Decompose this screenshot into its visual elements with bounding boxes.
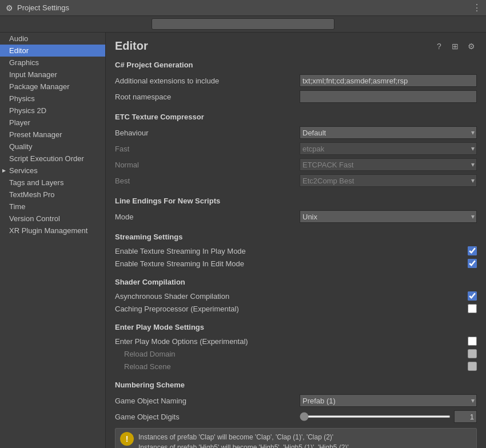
- mode-label: Mode: [115, 213, 300, 221]
- reload-scene-checkbox[interactable]: [468, 362, 477, 371]
- window-menu-button[interactable]: ⋮: [472, 2, 481, 13]
- section-line-endings: Line Endings For New Scripts: [115, 197, 477, 205]
- reload-scene-row: Reload Scene: [115, 360, 477, 373]
- additional-extensions-value: [300, 74, 477, 87]
- sidebar-item-textmesh-pro[interactable]: TextMesh Pro: [0, 189, 105, 201]
- additional-extensions-input[interactable]: [300, 74, 477, 87]
- sidebar-item-preset-manager[interactable]: Preset Manager: [0, 129, 105, 141]
- root-namespace-label: Root namespace: [115, 93, 300, 101]
- normal-select[interactable]: ETCPACK Fast: [300, 158, 477, 171]
- edit-mode-label: Enable Texture Streaming In Edit Mode: [115, 259, 468, 268]
- best-select[interactable]: Etc2Comp Best: [300, 174, 477, 187]
- sidebar-item-graphics[interactable]: Graphics: [0, 57, 105, 69]
- play-mode-row: Enable Texture Streaming In Play Mode: [115, 245, 477, 257]
- edit-mode-checkbox[interactable]: [468, 259, 477, 268]
- game-object-naming-label: Game Object Naming: [115, 397, 300, 405]
- section-streaming: Streaming Settings: [115, 233, 477, 241]
- search-bar: [0, 16, 486, 33]
- sidebar-item-xr-plugin-management[interactable]: XR Plugin Management: [0, 225, 105, 237]
- play-mode-label: Enable Texture Streaming In Play Mode: [115, 247, 468, 255]
- info-text: Instances of prefab 'Clap' will become '…: [138, 432, 349, 448]
- info-line1: Instances of prefab 'Clap' will become '…: [138, 433, 333, 441]
- layout-icon[interactable]: ⊞: [449, 41, 461, 52]
- additional-extensions-row: Additional extensions to include: [115, 73, 477, 89]
- fast-select[interactable]: etcpak: [300, 142, 477, 155]
- sidebar-item-services[interactable]: Services: [0, 165, 105, 177]
- caching-label: Caching Preprocessor (Experimental): [115, 305, 468, 313]
- section-csharp: C# Project Generation: [115, 61, 477, 69]
- additional-extensions-label: Additional extensions to include: [115, 77, 300, 85]
- section-play-mode: Enter Play Mode Settings: [115, 323, 477, 331]
- sidebar-item-physics-2d[interactable]: Physics 2D: [0, 105, 105, 117]
- behaviour-row: Behaviour Default: [115, 125, 477, 141]
- reload-domain-row: Reload Domain: [115, 347, 477, 360]
- settings-icon: ⚙: [5, 3, 14, 13]
- reload-domain-checkbox[interactable]: [468, 349, 477, 358]
- edit-mode-row: Enable Texture Streaming In Edit Mode: [115, 257, 477, 270]
- game-object-naming-select[interactable]: Prefab (1): [300, 394, 477, 407]
- normal-select-wrapper: ETCPACK Fast: [300, 158, 477, 171]
- info-line2: Instances of prefab 'High5' will become …: [138, 443, 349, 448]
- best-select-wrapper: Etc2Comp Best: [300, 174, 477, 187]
- normal-row: Normal ETCPACK Fast: [115, 157, 477, 173]
- section-etc: ETC Texture Compressor: [115, 113, 477, 121]
- play-mode-checkbox[interactable]: [468, 246, 477, 255]
- play-mode-options-label: Enter Play Mode Options (Experimental): [115, 337, 468, 346]
- help-icon[interactable]: ?: [433, 41, 445, 52]
- content-header: Editor ? ⊞ ⚙: [115, 39, 477, 53]
- async-label: Asynchronous Shader Compilation: [115, 292, 468, 301]
- mode-row: Mode Unix: [115, 209, 477, 225]
- sidebar-item-quality[interactable]: Quality: [0, 141, 105, 153]
- sidebar-item-package-manager[interactable]: Package Manager: [0, 81, 105, 93]
- root-namespace-row: Root namespace: [115, 89, 477, 105]
- sidebar-item-physics[interactable]: Physics: [0, 93, 105, 105]
- reload-domain-label: Reload Domain: [115, 350, 468, 358]
- game-object-digits-label: Game Object Digits: [115, 413, 300, 421]
- sidebar-item-version-control[interactable]: Version Control: [0, 213, 105, 225]
- content-panel: Editor ? ⊞ ⚙ C# Project Generation Addit…: [106, 33, 486, 448]
- async-checkbox[interactable]: [468, 291, 477, 301]
- game-object-digits-row: Game Object Digits: [115, 409, 477, 425]
- game-object-digits-value: [300, 410, 477, 423]
- normal-label: Normal: [115, 161, 300, 169]
- warning-icon: !: [120, 432, 134, 446]
- root-namespace-value: [300, 90, 477, 103]
- sidebar-item-player[interactable]: Player: [0, 117, 105, 129]
- sidebar-item-tags-and-layers[interactable]: Tags and Layers: [0, 177, 105, 189]
- behaviour-select-wrapper: Default: [300, 126, 477, 139]
- sidebar-item-editor[interactable]: Editor: [0, 45, 105, 57]
- fast-row: Fast etcpak: [115, 141, 477, 157]
- mode-select[interactable]: Unix: [300, 210, 477, 223]
- digits-slider-row: [300, 410, 477, 423]
- async-row: Asynchronous Shader Compilation: [115, 290, 477, 302]
- page-title: Editor: [115, 39, 433, 53]
- game-object-naming-wrapper: Prefab (1): [300, 394, 477, 407]
- behaviour-select[interactable]: Default: [300, 126, 477, 139]
- reload-scene-label: Reload Scene: [115, 362, 468, 371]
- sidebar-item-script-execution-order[interactable]: Script Execution Order: [0, 153, 105, 165]
- sidebar-item-audio[interactable]: Audio: [0, 33, 105, 45]
- digits-value-input[interactable]: [454, 410, 477, 423]
- sidebar: AudioEditorGraphicsInput ManagerPackage …: [0, 33, 106, 448]
- fast-label: Fast: [115, 145, 300, 153]
- title-bar: ⚙ Project Settings ⋮: [0, 0, 486, 16]
- info-box: ! Instances of prefab 'Clap' will become…: [115, 428, 477, 448]
- sidebar-item-input-manager[interactable]: Input Manager: [0, 69, 105, 81]
- root-namespace-input[interactable]: [300, 90, 477, 103]
- header-icons: ? ⊞ ⚙: [433, 41, 477, 52]
- game-object-naming-row: Game Object Naming Prefab (1): [115, 393, 477, 409]
- best-label: Best: [115, 177, 300, 185]
- mode-select-wrapper: Unix: [300, 210, 477, 223]
- section-shader: Shader Compilation: [115, 278, 477, 286]
- play-mode-options-checkbox[interactable]: [468, 337, 477, 346]
- digits-slider[interactable]: [300, 415, 451, 418]
- behaviour-label: Behaviour: [115, 129, 300, 137]
- caching-row: Caching Preprocessor (Experimental): [115, 302, 477, 315]
- search-input[interactable]: [152, 18, 334, 30]
- section-numbering: Numbering Scheme: [115, 381, 477, 389]
- gear-icon[interactable]: ⚙: [465, 41, 477, 52]
- main-layout: AudioEditorGraphicsInput ManagerPackage …: [0, 33, 486, 448]
- caching-checkbox[interactable]: [468, 304, 477, 313]
- sidebar-item-time[interactable]: Time: [0, 201, 105, 213]
- play-mode-options-row: Enter Play Mode Options (Experimental): [115, 335, 477, 347]
